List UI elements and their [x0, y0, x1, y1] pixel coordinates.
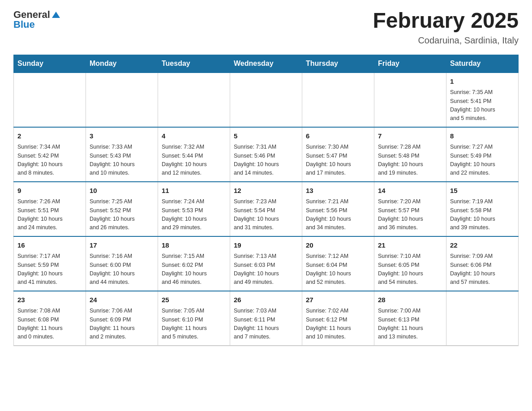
weekday-header-tuesday: Tuesday — [158, 55, 230, 73]
calendar-cell: 6Sunrise: 7:30 AM Sunset: 5:47 PM Daylig… — [302, 127, 374, 182]
calendar-table: SundayMondayTuesdayWednesdayThursdayFrid… — [13, 55, 519, 346]
calendar-week-row: 2Sunrise: 7:34 AM Sunset: 5:42 PM Daylig… — [14, 127, 519, 182]
weekday-header-wednesday: Wednesday — [230, 55, 302, 73]
day-info: Sunrise: 7:05 AM Sunset: 6:10 PM Dayligh… — [162, 307, 226, 342]
calendar-cell: 7Sunrise: 7:28 AM Sunset: 5:48 PM Daylig… — [374, 127, 446, 182]
weekday-header-friday: Friday — [374, 55, 446, 73]
day-number: 17 — [90, 240, 154, 251]
calendar-cell: 22Sunrise: 7:09 AM Sunset: 6:06 PM Dayli… — [446, 236, 519, 291]
day-info: Sunrise: 7:15 AM Sunset: 6:02 PM Dayligh… — [162, 252, 226, 287]
day-number: 27 — [306, 295, 370, 305]
day-number: 23 — [17, 295, 82, 305]
day-info: Sunrise: 7:34 AM Sunset: 5:42 PM Dayligh… — [17, 143, 82, 178]
calendar-cell: 1Sunrise: 7:35 AM Sunset: 5:41 PM Daylig… — [446, 73, 519, 127]
calendar-title: February 2025 — [373, 9, 519, 33]
calendar-cell: 16Sunrise: 7:17 AM Sunset: 5:59 PM Dayli… — [14, 236, 86, 291]
day-number: 11 — [162, 186, 226, 196]
calendar-cell: 8Sunrise: 7:27 AM Sunset: 5:49 PM Daylig… — [446, 127, 519, 182]
calendar-cell: 19Sunrise: 7:13 AM Sunset: 6:03 PM Dayli… — [230, 236, 302, 291]
calendar-cell: 18Sunrise: 7:15 AM Sunset: 6:02 PM Dayli… — [158, 236, 230, 291]
calendar-week-row: 1Sunrise: 7:35 AM Sunset: 5:41 PM Daylig… — [14, 73, 519, 127]
day-number: 6 — [306, 131, 370, 141]
day-info: Sunrise: 7:33 AM Sunset: 5:43 PM Dayligh… — [90, 143, 154, 178]
day-number: 5 — [234, 131, 298, 141]
day-number: 24 — [90, 295, 154, 305]
day-info: Sunrise: 7:26 AM Sunset: 5:51 PM Dayligh… — [17, 197, 82, 232]
day-number: 14 — [378, 186, 442, 196]
day-number: 21 — [378, 240, 442, 251]
calendar-week-row: 9Sunrise: 7:26 AM Sunset: 5:51 PM Daylig… — [14, 182, 519, 236]
day-info: Sunrise: 7:12 AM Sunset: 6:04 PM Dayligh… — [306, 252, 370, 287]
calendar-cell — [230, 73, 302, 127]
day-number: 2 — [17, 131, 82, 141]
calendar-cell: 3Sunrise: 7:33 AM Sunset: 5:43 PM Daylig… — [86, 127, 158, 182]
logo-triangle-icon — [52, 12, 60, 18]
day-info: Sunrise: 7:10 AM Sunset: 6:05 PM Dayligh… — [378, 252, 442, 287]
day-info: Sunrise: 7:00 AM Sunset: 6:13 PM Dayligh… — [378, 307, 442, 342]
day-number: 19 — [234, 240, 298, 251]
calendar-cell: 9Sunrise: 7:26 AM Sunset: 5:51 PM Daylig… — [14, 182, 86, 236]
calendar-subtitle: Codaruina, Sardinia, Italy — [373, 35, 519, 46]
day-info: Sunrise: 7:13 AM Sunset: 6:03 PM Dayligh… — [234, 252, 298, 287]
calendar-cell — [302, 73, 374, 127]
day-number: 20 — [306, 240, 370, 251]
calendar-cell — [374, 73, 446, 127]
day-info: Sunrise: 7:20 AM Sunset: 5:57 PM Dayligh… — [378, 197, 442, 232]
day-number: 8 — [450, 131, 515, 141]
calendar-cell: 5Sunrise: 7:31 AM Sunset: 5:46 PM Daylig… — [230, 127, 302, 182]
day-info: Sunrise: 7:24 AM Sunset: 5:53 PM Dayligh… — [162, 197, 226, 232]
calendar-cell — [446, 291, 519, 346]
day-number: 12 — [234, 186, 298, 196]
day-info: Sunrise: 7:16 AM Sunset: 6:00 PM Dayligh… — [90, 252, 154, 287]
day-number: 4 — [162, 131, 226, 141]
day-number: 22 — [450, 240, 515, 251]
calendar-cell: 25Sunrise: 7:05 AM Sunset: 6:10 PM Dayli… — [158, 291, 230, 346]
day-info: Sunrise: 7:03 AM Sunset: 6:11 PM Dayligh… — [234, 307, 298, 342]
day-info: Sunrise: 7:35 AM Sunset: 5:41 PM Dayligh… — [450, 88, 515, 123]
day-number: 9 — [17, 186, 82, 196]
calendar-cell: 10Sunrise: 7:25 AM Sunset: 5:52 PM Dayli… — [86, 182, 158, 236]
calendar-cell: 26Sunrise: 7:03 AM Sunset: 6:11 PM Dayli… — [230, 291, 302, 346]
calendar-header-row: SundayMondayTuesdayWednesdayThursdayFrid… — [14, 55, 519, 73]
day-number: 25 — [162, 295, 226, 305]
day-info: Sunrise: 7:31 AM Sunset: 5:46 PM Dayligh… — [234, 143, 298, 178]
weekday-header-sunday: Sunday — [14, 55, 86, 73]
calendar-cell — [86, 73, 158, 127]
logo: General Blue — [13, 9, 60, 30]
day-info: Sunrise: 7:32 AM Sunset: 5:44 PM Dayligh… — [162, 143, 226, 178]
day-info: Sunrise: 7:17 AM Sunset: 5:59 PM Dayligh… — [17, 252, 82, 287]
day-number: 16 — [17, 240, 82, 251]
day-number: 28 — [378, 295, 442, 305]
calendar-cell: 20Sunrise: 7:12 AM Sunset: 6:04 PM Dayli… — [302, 236, 374, 291]
calendar-cell: 27Sunrise: 7:02 AM Sunset: 6:12 PM Dayli… — [302, 291, 374, 346]
calendar-cell: 21Sunrise: 7:10 AM Sunset: 6:05 PM Dayli… — [374, 236, 446, 291]
day-number: 10 — [90, 186, 154, 196]
day-info: Sunrise: 7:25 AM Sunset: 5:52 PM Dayligh… — [90, 197, 154, 232]
weekday-header-thursday: Thursday — [302, 55, 374, 73]
day-number: 18 — [162, 240, 226, 251]
day-number: 3 — [90, 131, 154, 141]
day-info: Sunrise: 7:23 AM Sunset: 5:54 PM Dayligh… — [234, 197, 298, 232]
day-info: Sunrise: 7:21 AM Sunset: 5:56 PM Dayligh… — [306, 197, 370, 232]
calendar-cell: 28Sunrise: 7:00 AM Sunset: 6:13 PM Dayli… — [374, 291, 446, 346]
calendar-cell: 14Sunrise: 7:20 AM Sunset: 5:57 PM Dayli… — [374, 182, 446, 236]
title-block: February 2025 Codaruina, Sardinia, Italy — [373, 9, 519, 46]
day-info: Sunrise: 7:19 AM Sunset: 5:58 PM Dayligh… — [450, 197, 515, 232]
calendar-cell: 17Sunrise: 7:16 AM Sunset: 6:00 PM Dayli… — [86, 236, 158, 291]
logo-blue-text: Blue — [13, 19, 35, 30]
day-number: 13 — [306, 186, 370, 196]
day-info: Sunrise: 7:06 AM Sunset: 6:09 PM Dayligh… — [90, 307, 154, 342]
calendar-week-row: 23Sunrise: 7:08 AM Sunset: 6:08 PM Dayli… — [14, 291, 519, 346]
page-header: General Blue February 2025 Codaruina, Sa… — [13, 9, 519, 46]
day-number: 26 — [234, 295, 298, 305]
calendar-cell: 23Sunrise: 7:08 AM Sunset: 6:08 PM Dayli… — [14, 291, 86, 346]
calendar-week-row: 16Sunrise: 7:17 AM Sunset: 5:59 PM Dayli… — [14, 236, 519, 291]
weekday-header-monday: Monday — [86, 55, 158, 73]
weekday-header-saturday: Saturday — [446, 55, 519, 73]
day-info: Sunrise: 7:08 AM Sunset: 6:08 PM Dayligh… — [17, 307, 82, 342]
calendar-cell: 24Sunrise: 7:06 AM Sunset: 6:09 PM Dayli… — [86, 291, 158, 346]
calendar-cell: 11Sunrise: 7:24 AM Sunset: 5:53 PM Dayli… — [158, 182, 230, 236]
calendar-cell — [158, 73, 230, 127]
calendar-cell: 15Sunrise: 7:19 AM Sunset: 5:58 PM Dayli… — [446, 182, 519, 236]
day-number: 15 — [450, 186, 515, 196]
